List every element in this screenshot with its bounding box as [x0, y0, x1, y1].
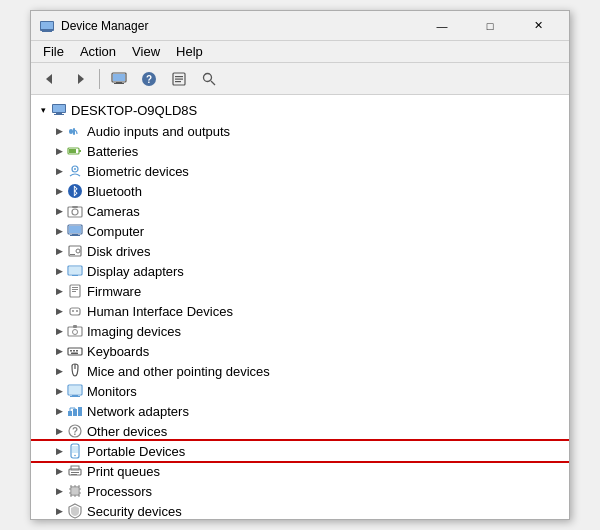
- tree-item[interactable]: ▶Human Interface Devices: [31, 301, 569, 321]
- device-icon: [67, 343, 83, 359]
- tree-item[interactable]: ▶Disk drives: [31, 241, 569, 261]
- tree-item-expander[interactable]: ▶: [51, 163, 67, 179]
- tree-item[interactable]: ▶ᛒBluetooth: [31, 181, 569, 201]
- device-icon: [67, 223, 83, 239]
- tree-item-expander[interactable]: ▶: [51, 123, 67, 139]
- svg-rect-2: [44, 30, 50, 31]
- toolbar: ?: [31, 63, 569, 95]
- tree-item[interactable]: ▶Display adapters: [31, 261, 569, 281]
- tree-item[interactable]: ▶Print queues: [31, 461, 569, 481]
- tree-item-label: Imaging devices: [87, 324, 181, 339]
- tree-item[interactable]: ▶Cameras: [31, 201, 569, 221]
- tree-item-expander[interactable]: ▶: [51, 363, 67, 379]
- toolbar-separator-1: [99, 69, 100, 89]
- device-manager-window: Device Manager — □ ✕ File Action View He…: [30, 10, 570, 520]
- help-button[interactable]: ?: [136, 67, 162, 91]
- device-icon: [67, 483, 83, 499]
- forward-button[interactable]: [67, 67, 93, 91]
- tree-item[interactable]: ▶Security devices: [31, 501, 569, 519]
- tree-item-expander[interactable]: ▶: [51, 463, 67, 479]
- tree-item-label: Computer: [87, 224, 144, 239]
- svg-rect-20: [56, 113, 62, 114]
- menu-action[interactable]: Action: [72, 42, 124, 61]
- tree-item[interactable]: ▶Biometric devices: [31, 161, 569, 181]
- tree-item-expander[interactable]: ▶: [51, 343, 67, 359]
- tree-item-label: Disk drives: [87, 244, 151, 259]
- device-icon: ᛒ: [67, 183, 83, 199]
- tree-item-expander[interactable]: ▶: [51, 483, 67, 499]
- svg-text:ᛒ: ᛒ: [72, 185, 79, 197]
- svg-rect-47: [72, 291, 76, 292]
- tree-item[interactable]: ▶Mice and other pointing devices: [31, 361, 569, 381]
- tree-item-expander[interactable]: ▶: [51, 303, 67, 319]
- tree-item-expander[interactable]: ▶: [51, 263, 67, 279]
- device-icon: [67, 443, 83, 459]
- tree-item[interactable]: ▶Portable Devices: [31, 441, 569, 461]
- menu-file[interactable]: File: [35, 42, 72, 61]
- svg-rect-14: [175, 78, 183, 79]
- svg-rect-13: [175, 76, 183, 77]
- tree-item-expander[interactable]: ▶: [51, 243, 67, 259]
- svg-point-32: [72, 209, 78, 215]
- tree-item-label: Cameras: [87, 204, 140, 219]
- svg-rect-42: [69, 267, 81, 274]
- tree-item-expander[interactable]: ▶: [51, 503, 67, 519]
- tree-item-expander[interactable]: ▶: [51, 203, 67, 219]
- menu-view[interactable]: View: [124, 42, 168, 61]
- tree-item-label: Audio inputs and outputs: [87, 124, 230, 139]
- svg-rect-1: [41, 22, 53, 29]
- properties-button[interactable]: [166, 67, 192, 91]
- tree-item[interactable]: ▶Audio inputs and outputs: [31, 121, 569, 141]
- tree-item[interactable]: ▶Batteries: [31, 141, 569, 161]
- svg-rect-35: [69, 226, 81, 233]
- tree-root[interactable]: ▾ DESKTOP-O9QLD8S: [31, 99, 569, 121]
- device-icon: [67, 123, 83, 139]
- device-icon: [67, 323, 83, 339]
- device-tree[interactable]: ▾ DESKTOP-O9QLD8S ▶Audio inputs and outp…: [31, 95, 569, 519]
- svg-rect-75: [71, 474, 77, 475]
- svg-rect-62: [72, 395, 78, 396]
- tree-item[interactable]: ▶Monitors: [31, 381, 569, 401]
- tree-item-expander[interactable]: ▶: [51, 283, 67, 299]
- tree-item-label: Security devices: [87, 504, 182, 519]
- tree-item[interactable]: ▶Processors: [31, 481, 569, 501]
- tree-item-label: Human Interface Devices: [87, 304, 233, 319]
- menu-help[interactable]: Help: [168, 42, 211, 61]
- tree-item-label: Batteries: [87, 144, 138, 159]
- root-expander[interactable]: ▾: [35, 102, 51, 118]
- svg-line-17: [211, 81, 215, 85]
- computer-button[interactable]: [106, 67, 132, 91]
- search-button[interactable]: [196, 67, 222, 91]
- tree-item-expander[interactable]: ▶: [51, 183, 67, 199]
- tree-item-label: Mice and other pointing devices: [87, 364, 270, 379]
- tree-item-expander[interactable]: ▶: [51, 323, 67, 339]
- maximize-button[interactable]: □: [467, 11, 513, 41]
- tree-item[interactable]: ▶Imaging devices: [31, 321, 569, 341]
- back-button[interactable]: [37, 67, 63, 91]
- tree-item-expander[interactable]: ▶: [51, 403, 67, 419]
- tree-item[interactable]: ▶Firmware: [31, 281, 569, 301]
- svg-point-28: [74, 168, 76, 170]
- tree-item[interactable]: ▶?Other devices: [31, 421, 569, 441]
- svg-rect-55: [70, 350, 72, 352]
- svg-rect-7: [113, 74, 125, 81]
- svg-rect-71: [72, 446, 78, 453]
- svg-marker-4: [46, 74, 52, 84]
- tree-item[interactable]: ▶Network adapters: [31, 401, 569, 421]
- tree-item[interactable]: ▶Keyboards: [31, 341, 569, 361]
- svg-rect-43: [72, 275, 78, 276]
- tree-item-expander[interactable]: ▶: [51, 223, 67, 239]
- tree-item-expander[interactable]: ▶: [51, 443, 67, 459]
- tree-items: ▶Audio inputs and outputs▶Batteries▶Biom…: [31, 121, 569, 519]
- tree-item-expander[interactable]: ▶: [51, 423, 67, 439]
- svg-rect-19: [53, 105, 65, 112]
- svg-rect-64: [68, 411, 72, 416]
- tree-item[interactable]: ▶Computer: [31, 221, 569, 241]
- close-button[interactable]: ✕: [515, 11, 561, 41]
- device-icon: [67, 303, 83, 319]
- minimize-button[interactable]: —: [419, 11, 465, 41]
- tree-item-expander[interactable]: ▶: [51, 383, 67, 399]
- tree-item-label: Portable Devices: [87, 444, 185, 459]
- menu-bar: File Action View Help: [31, 41, 569, 63]
- tree-item-expander[interactable]: ▶: [51, 143, 67, 159]
